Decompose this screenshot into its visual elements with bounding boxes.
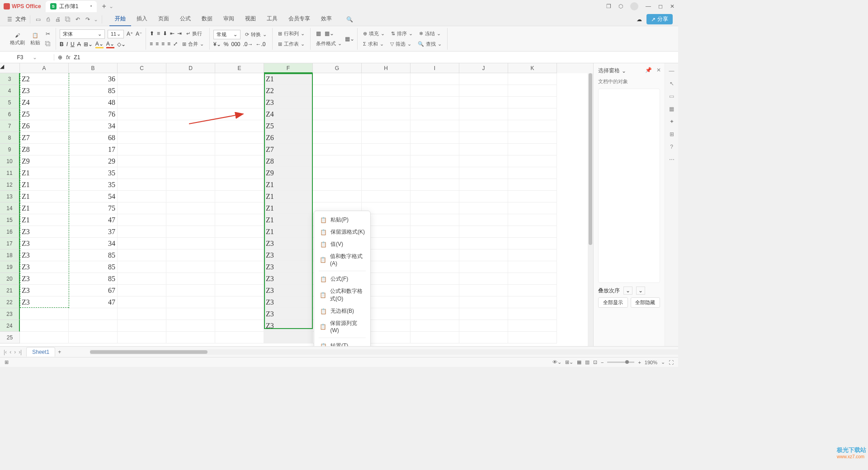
help-icon[interactable]: ? [670,144,673,150]
cell[interactable] [313,108,362,120]
cell[interactable] [508,179,557,191]
cell[interactable] [166,249,215,261]
cell[interactable] [166,155,215,167]
cell[interactable]: 48 [69,97,118,108]
cell[interactable]: 54 [69,191,118,202]
ctx-paste[interactable]: 📋粘贴(P) [314,214,370,226]
cell[interactable] [118,273,166,285]
cell[interactable] [118,296,166,308]
cell[interactable] [410,191,459,202]
italic-icon[interactable]: I [66,41,68,47]
tab-efficiency[interactable]: 效率 [316,12,337,26]
font-size-select[interactable]: 11⌄ [108,30,124,38]
cell[interactable] [459,226,508,238]
ctx-formula-num-fmt[interactable]: 📋公式和数字格式(O) [314,285,370,305]
cell[interactable]: Z4 [264,108,313,120]
cell[interactable]: Z3 [20,296,69,308]
cell[interactable] [166,108,215,120]
cell[interactable]: Z1 [264,226,313,238]
tab-page[interactable]: 页面 [153,12,175,26]
tab-formula[interactable]: 公式 [175,12,196,26]
undo-icon[interactable]: ↶ [74,15,82,24]
col-header-I[interactable]: I [410,63,459,73]
cell[interactable] [508,238,557,249]
cell[interactable] [118,85,166,97]
number-format-select[interactable]: 常规⌄ [213,30,241,39]
cell[interactable] [508,167,557,179]
decimal-dec-icon[interactable]: ←.0 [256,41,266,47]
cell-style-icon[interactable]: ▦⌄ [325,29,333,38]
cell[interactable] [118,249,166,261]
row-header[interactable]: 6 [0,108,20,120]
cut-icon[interactable]: ✂ [44,30,52,38]
cell[interactable] [362,155,410,167]
conditional-format-button[interactable]: 条件格式⌄ [314,39,344,48]
cell[interactable]: Z9 [20,155,69,167]
zoom-percent[interactable]: 190% [645,360,657,365]
cell[interactable]: 47 [69,296,118,308]
cell[interactable] [118,285,166,296]
cell[interactable] [508,320,557,332]
strikethrough-icon[interactable]: A [77,41,81,47]
cell[interactable] [166,332,215,343]
find-button[interactable]: 🔍 查找⌄ [416,40,443,48]
sheet-nav-prev-icon[interactable]: ‹ [9,349,11,355]
cell[interactable] [410,120,459,132]
increase-font-icon[interactable]: A⁺ [127,31,133,37]
align-left-icon[interactable]: ≡ [150,41,153,47]
cell[interactable] [508,261,557,273]
cell[interactable] [362,167,410,179]
cell[interactable] [313,120,362,132]
row-header[interactable]: 3 [0,73,20,85]
cell[interactable]: 75 [69,202,118,214]
cell[interactable] [313,155,362,167]
cell[interactable]: Z8 [20,144,69,155]
cell[interactable] [313,167,362,179]
cell[interactable]: Z1 [264,191,313,202]
select-tool-icon[interactable]: ↖ [670,80,674,87]
cell[interactable]: Z1 [264,214,313,226]
cell[interactable] [166,273,215,285]
cell[interactable] [508,308,557,320]
row-header[interactable]: 21 [0,285,20,296]
indent-inc-icon[interactable]: ⇥ [177,30,182,37]
document-tab[interactable]: S 工作簿1 • [46,1,97,12]
row-header[interactable]: 12 [0,179,20,191]
cloud-icon[interactable]: ☁ [637,16,642,23]
cell[interactable] [459,179,508,191]
paste-button[interactable]: 📋粘贴 [28,30,42,47]
cell[interactable]: 85 [69,85,118,97]
col-header-A[interactable]: A [20,63,69,73]
view-grid-icon[interactable]: ⊞⌄ [565,359,573,365]
cell[interactable] [215,202,264,214]
cell[interactable] [215,273,264,285]
panel-tool3-icon[interactable]: ✦ [670,118,674,125]
cell[interactable] [264,332,313,343]
maximize-icon[interactable]: ◻ [658,3,663,9]
cell[interactable]: Z1 [20,167,69,179]
merge-button[interactable]: ⊞ 合并⌄ [180,40,206,48]
cell[interactable] [215,144,264,155]
cell[interactable] [362,144,410,155]
cell[interactable] [118,132,166,144]
cell[interactable] [166,261,215,273]
row-header[interactable]: 15 [0,214,20,226]
cell[interactable] [459,249,508,261]
row-header[interactable]: 19 [0,261,20,273]
cell[interactable] [459,97,508,108]
cell[interactable]: Z6 [20,120,69,132]
cell[interactable] [20,332,69,343]
status-mode-icon[interactable]: ⊞ [5,359,9,365]
cell[interactable]: Z9 [264,167,313,179]
cell[interactable] [459,285,508,296]
cell[interactable] [215,179,264,191]
decimal-inc-icon[interactable]: .0→ [243,41,253,47]
cell[interactable]: Z3 [20,226,69,238]
cell[interactable] [508,155,557,167]
redo-icon[interactable]: ↷ [84,15,92,24]
col-header-E[interactable]: E [215,63,264,73]
select-all-corner[interactable]: ◢ [0,63,20,73]
cell[interactable] [508,202,557,214]
row-header[interactable]: 17 [0,238,20,249]
cell[interactable]: 34 [69,238,118,249]
